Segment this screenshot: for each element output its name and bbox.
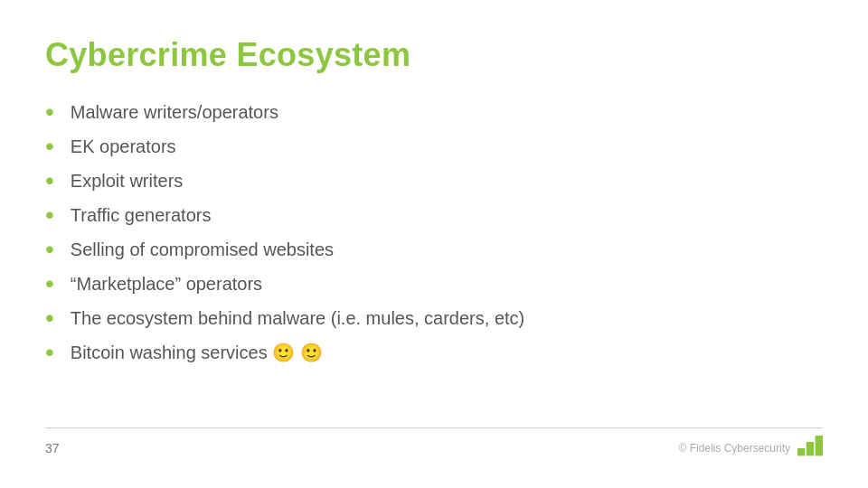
- footer: 37 © Fidelis Cybersecurity: [45, 427, 823, 461]
- bullet-dot-icon: •: [45, 168, 54, 193]
- bullet-list: •Malware writers/operators•EK operators•…: [45, 99, 823, 418]
- list-item: •Traffic generators: [45, 202, 823, 228]
- list-item: •Selling of compromised websites: [45, 237, 823, 262]
- svg-rect-1: [807, 442, 814, 455]
- list-item: •Malware writers/operators: [45, 99, 823, 125]
- bullet-dot-icon: •: [45, 305, 54, 331]
- bullet-dot-icon: •: [45, 237, 54, 262]
- footer-brand: © Fidelis Cybersecurity: [678, 436, 823, 461]
- bullet-dot-icon: •: [45, 202, 54, 228]
- list-item-text: The ecosystem behind malware (i.e. mules…: [71, 305, 524, 331]
- list-item: •EK operators: [45, 134, 823, 159]
- slide: Cybercrime Ecosystem •Malware writers/op…: [0, 0, 868, 488]
- slide-title: Cybercrime Ecosystem: [45, 36, 823, 74]
- bullet-dot-icon: •: [45, 340, 54, 365]
- list-item-text: “Marketplace” operators: [71, 271, 262, 296]
- page-number: 37: [45, 441, 60, 455]
- list-item: •Exploit writers: [45, 168, 823, 193]
- fidelis-logo-icon: [797, 436, 823, 461]
- list-item: •Bitcoin washing services 🙂 🙂: [45, 340, 823, 365]
- list-item-text: Selling of compromised websites: [71, 237, 334, 262]
- bullet-dot-icon: •: [45, 99, 54, 125]
- svg-rect-2: [816, 436, 823, 455]
- list-item: •The ecosystem behind malware (i.e. mule…: [45, 305, 823, 331]
- list-item: •“Marketplace” operators: [45, 271, 823, 296]
- svg-rect-0: [797, 448, 805, 455]
- list-item-text: EK operators: [71, 134, 176, 159]
- list-item-text: Bitcoin washing services 🙂 🙂: [71, 340, 323, 365]
- list-item-text: Malware writers/operators: [71, 99, 278, 125]
- brand-text: © Fidelis Cybersecurity: [678, 442, 790, 455]
- bullet-dot-icon: •: [45, 271, 54, 296]
- list-item-text: Exploit writers: [71, 168, 183, 193]
- list-item-text: Traffic generators: [71, 202, 212, 228]
- bullet-dot-icon: •: [45, 134, 54, 159]
